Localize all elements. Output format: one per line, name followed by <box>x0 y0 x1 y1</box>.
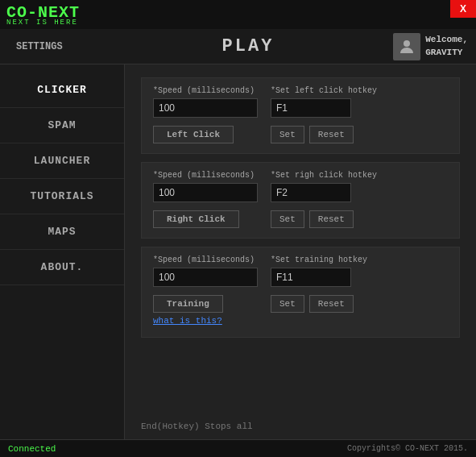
left-click-speed-input[interactable] <box>153 98 258 118</box>
left-click-hotkey-btn-row: Set Reset <box>271 126 377 143</box>
right-click-btn-row: Right Click <box>153 210 258 228</box>
svg-point-0 <box>404 40 410 47</box>
left-click-hotkey-input[interactable] <box>271 98 351 118</box>
title-bar: CO-NEXT NEXT IS HERE X <box>0 0 476 29</box>
training-row: *Speed (milliseconds) Training *Set trai… <box>153 256 448 313</box>
left-click-section: *Speed (milliseconds) Left Click *Set le… <box>141 77 460 154</box>
training-set-button[interactable]: Set <box>271 295 304 313</box>
sidebar-item-about[interactable]: ABOUT. <box>0 250 124 285</box>
left-click-speed-group: *Speed (milliseconds) Left Click <box>153 86 258 143</box>
training-reset-button[interactable]: Reset <box>309 295 354 313</box>
right-click-speed-label: *Speed (milliseconds) <box>153 171 258 180</box>
user-area: Welcome, GRAVITY <box>371 33 476 60</box>
right-click-speed-input[interactable] <box>153 183 258 202</box>
left-click-set-button[interactable]: Set <box>271 126 304 143</box>
training-button[interactable]: Training <box>153 295 223 313</box>
sidebar-item-tutorials[interactable]: TUTORIALS <box>0 179 124 214</box>
right-click-section: *Speed (milliseconds) Right Click *Set r… <box>141 162 460 239</box>
connected-status: Connected <box>8 444 56 454</box>
training-hotkey-input[interactable] <box>271 268 351 287</box>
training-speed-input[interactable] <box>153 268 258 287</box>
avatar <box>393 33 420 60</box>
right-click-hotkey-btn-row: Set Reset <box>271 210 377 228</box>
sidebar-item-clicker[interactable]: CLICKER <box>0 73 124 108</box>
training-speed-group: *Speed (milliseconds) Training <box>153 256 258 313</box>
sidebar-item-launcher[interactable]: LAUNCHER <box>0 143 124 179</box>
header-row: SETTINGS PLAY Welcome, GRAVITY <box>0 29 476 64</box>
left-click-hotkey-group: *Set left click hotkey Set Reset <box>271 86 377 143</box>
training-section: *Speed (milliseconds) Training *Set trai… <box>141 247 460 338</box>
status-bar: Connected Copyrights© CO-NEXT 2015. <box>0 439 476 457</box>
sidebar-item-spam[interactable]: SPAM <box>0 108 124 143</box>
training-speed-label: *Speed (milliseconds) <box>153 256 258 264</box>
footer-note: End(Hotkey) Stops all <box>141 422 253 431</box>
left-click-row: *Speed (milliseconds) Left Click *Set le… <box>153 86 448 143</box>
page-title: PLAY <box>125 36 371 56</box>
main-layout: CLICKER SPAM LAUNCHER TUTORIALS MAPS ABO… <box>0 64 476 439</box>
right-click-set-button[interactable]: Set <box>271 210 304 228</box>
training-btn-row: Training <box>153 295 258 313</box>
training-hotkey-btn-row: Set Reset <box>271 295 367 313</box>
content-area: *Speed (milliseconds) Left Click *Set le… <box>125 64 476 439</box>
right-click-hotkey-group: *Set righ click hotkey Set Reset <box>271 171 377 228</box>
logo: CO-NEXT NEXT IS HERE <box>6 3 80 27</box>
copyright-text: Copyrights© CO-NEXT 2015. <box>347 444 468 453</box>
welcome-text: Welcome, GRAVITY <box>425 34 468 59</box>
left-click-speed-label: *Speed (milliseconds) <box>153 86 258 95</box>
right-click-hotkey-label: *Set righ click hotkey <box>271 171 377 180</box>
what-is-this-link[interactable]: what is this? <box>153 316 222 326</box>
settings-label: SETTINGS <box>0 41 125 52</box>
training-hotkey-label: *Set training hotkey <box>271 256 367 264</box>
logo-sub: NEXT IS HERE <box>6 19 78 27</box>
sidebar: CLICKER SPAM LAUNCHER TUTORIALS MAPS ABO… <box>0 64 125 439</box>
right-click-hotkey-input[interactable] <box>271 183 351 202</box>
left-click-hotkey-label: *Set left click hotkey <box>271 86 377 95</box>
right-click-reset-button[interactable]: Reset <box>309 210 354 228</box>
right-click-speed-group: *Speed (milliseconds) Right Click <box>153 171 258 228</box>
left-click-button[interactable]: Left Click <box>153 126 234 143</box>
right-click-button[interactable]: Right Click <box>153 210 239 228</box>
left-click-reset-button[interactable]: Reset <box>309 126 354 143</box>
user-icon <box>397 37 416 56</box>
close-button[interactable]: X <box>450 0 476 18</box>
training-hotkey-group: *Set training hotkey Set Reset <box>271 256 367 313</box>
sidebar-item-maps[interactable]: MAPS <box>0 214 124 250</box>
left-click-btn-row: Left Click <box>153 126 258 143</box>
right-click-row: *Speed (milliseconds) Right Click *Set r… <box>153 171 448 228</box>
